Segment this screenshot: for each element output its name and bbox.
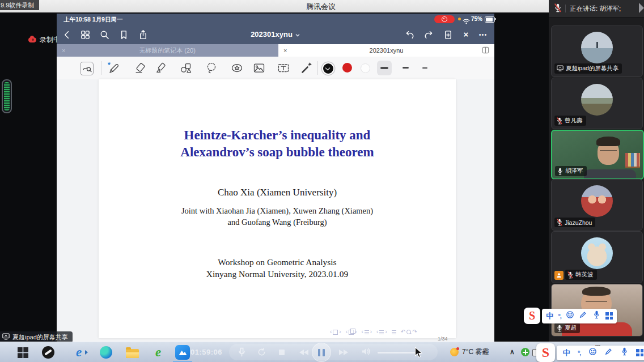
recorder-stop-icon[interactable] <box>279 350 285 355</box>
add-page-icon[interactable] <box>442 29 454 40</box>
meeting-app-title: 腾讯会议 <box>306 2 336 12</box>
taskbar-app-edge-icon[interactable] <box>99 345 113 360</box>
ime-pen-icon[interactable] <box>604 347 613 358</box>
sogou-logo-icon[interactable]: S <box>536 343 555 362</box>
ipad-status-bar: 上午10:58 1月9日周一 75% <box>57 14 494 25</box>
stroke-width-medium[interactable] <box>402 67 409 69</box>
page-view-icon[interactable] <box>482 46 489 55</box>
mic-muted-icon <box>557 117 562 125</box>
screen-share-icon <box>557 65 564 73</box>
participant-name: JiazuZhou <box>565 219 592 226</box>
participant-tile-active-speaker[interactable]: 胡泽军 <box>551 130 644 180</box>
ime-punctuation-toggle[interactable]: °, <box>558 313 561 320</box>
tray-antivirus-icon[interactable] <box>521 348 529 356</box>
notebook-tabstrip: × 无标题的笔记本 (20) × 202301xynu <box>57 44 494 57</box>
sidebar-header: 正在讲话: 胡泽军; <box>549 0 644 18</box>
document-canvas: Heintze-Karcher’s inequality and Alexand… <box>57 79 494 342</box>
participant-tile[interactable]: 曾凡壽 <box>551 78 643 129</box>
slide-title: Heintze-Karcher’s inequality and Alexand… <box>99 127 456 161</box>
taskbar-app-recorder-icon[interactable] <box>41 345 56 360</box>
ime-emoji-icon[interactable] <box>566 310 574 321</box>
battery-icon <box>485 16 495 23</box>
avatar <box>581 32 613 63</box>
taskbar-flyout-arrow-icon[interactable] <box>85 350 88 355</box>
sticker-tool-icon[interactable] <box>231 62 243 74</box>
ime-toolbox-icon[interactable] <box>605 312 613 320</box>
taskbar-app-explorer-icon[interactable] <box>125 345 139 360</box>
tab-close-icon[interactable]: × <box>283 47 287 54</box>
participants-sidebar: 正在讲话: 胡泽军; 夏超ipad的屏幕共享 曾凡壽 胡泽军 <box>549 0 644 342</box>
lasso-tool-icon[interactable] <box>205 62 218 74</box>
pen-tool-icon[interactable] <box>107 62 120 74</box>
shapes-tool-icon[interactable] <box>180 62 192 74</box>
color-swatch-white[interactable] <box>361 63 370 73</box>
recorder-rewind-icon[interactable] <box>299 350 308 355</box>
color-swatch-red[interactable] <box>342 63 352 73</box>
pdf-navigation-controls[interactable]: ‹› ‹› ‹› ‹› ↶↷ <box>330 329 420 335</box>
stroke-width-thin[interactable] <box>422 67 427 69</box>
collapse-sidebar-icon[interactable] <box>639 3 644 13</box>
recorder-forward-icon[interactable] <box>339 350 348 355</box>
tab-close-icon[interactable]: × <box>62 47 65 54</box>
close-icon[interactable]: × <box>460 29 472 40</box>
color-swatch-black[interactable] <box>322 62 334 75</box>
recording-status: 录制中 <box>28 35 60 45</box>
ime-language-toggle[interactable]: 中 <box>563 348 570 358</box>
redo-icon[interactable] <box>423 29 434 40</box>
mic-active-dot <box>458 18 461 20</box>
taskbar-app-360browser-icon[interactable]: e <box>151 345 166 360</box>
recorder-mic-icon[interactable] <box>238 347 245 359</box>
ime-toolbox-icon[interactable] <box>636 349 643 356</box>
stroke-width-thick[interactable] <box>377 61 392 75</box>
tray-expand-icon[interactable]: ∧ <box>510 348 515 356</box>
ipad-datetime: 上午10:58 1月9日周一 <box>63 16 122 24</box>
tab-untitled-notebook[interactable]: × 无标题的笔记本 (20) <box>57 44 278 57</box>
weather-widget[interactable]: 7°C 雾霾 <box>450 347 489 357</box>
start-button[interactable] <box>15 345 30 360</box>
laser-pointer-icon[interactable] <box>300 62 313 74</box>
host-badge-icon <box>554 271 564 280</box>
mic-muted-icon <box>567 271 573 279</box>
slide-author: Chao Xia (Xiamen University) <box>99 187 456 198</box>
eraser-tool-icon[interactable] <box>134 62 146 74</box>
more-options-icon[interactable]: ••• <box>477 29 489 40</box>
ime-language-toggle[interactable]: 中 <box>546 311 553 321</box>
participant-name: 夏超 <box>565 324 577 332</box>
screen-recording-pill[interactable] <box>434 15 455 23</box>
ime-floating-bar: S 中 °, <box>524 308 617 324</box>
recorder-pause-icon[interactable] <box>312 343 331 362</box>
recording-timer: 01:59:06 <box>190 348 222 356</box>
slide-workshop: Workshop on Geometric Analysis Xinyang N… <box>99 256 456 280</box>
meeting-main-stage: 录制中 上午10:58 1月9日周一 75% <box>0 12 549 342</box>
recorder-volume-icon[interactable] <box>362 347 371 358</box>
ime-emoji-icon[interactable] <box>588 347 597 358</box>
participant-tile[interactable]: JiazuZhou <box>551 179 643 231</box>
participant-name: 胡泽军 <box>565 167 583 175</box>
undo-icon[interactable] <box>404 29 415 40</box>
taskbar-app-meeting-icon[interactable] <box>175 345 190 360</box>
sogou-logo-icon[interactable]: S <box>524 308 540 324</box>
participant-tile[interactable]: 韩英波 <box>551 231 643 283</box>
participant-name: 夏超ipad的屏幕共享 <box>566 65 618 73</box>
video-person <box>584 169 636 178</box>
image-tool-icon[interactable] <box>253 62 265 74</box>
tab-title: 无标题的笔记本 (20) <box>139 46 196 55</box>
recorder-volume-slider[interactable] <box>378 352 418 354</box>
mic-on-icon <box>557 325 562 332</box>
ime-voice-icon[interactable] <box>620 347 629 358</box>
avatar <box>581 237 613 269</box>
ime-voice-icon[interactable] <box>592 310 601 321</box>
taskbar-app-ie-icon[interactable]: e <box>71 345 86 360</box>
participant-tile-screen-share[interactable]: 夏超ipad的屏幕共享 <box>551 25 643 77</box>
text-tool-icon[interactable] <box>277 62 290 74</box>
highlighter-tool-icon[interactable] <box>154 62 167 74</box>
ime-pen-icon[interactable] <box>579 310 587 321</box>
desktop-screen: 腾讯会议 9.9软件录制 录制中 上午10:58 1月9日周一 75% <box>0 0 644 362</box>
ime-punctuation-toggle[interactable]: °, <box>578 350 581 356</box>
recorder-restart-icon[interactable] <box>257 348 266 359</box>
shared-ipad-screen: 上午10:58 1月9日周一 75% 202301xynu <box>57 14 494 342</box>
tab-202301xynu[interactable]: × 202301xynu <box>278 44 494 57</box>
read-mode-icon[interactable] <box>80 62 94 75</box>
mouse-cursor <box>414 347 423 361</box>
mic-on-icon <box>557 168 563 175</box>
